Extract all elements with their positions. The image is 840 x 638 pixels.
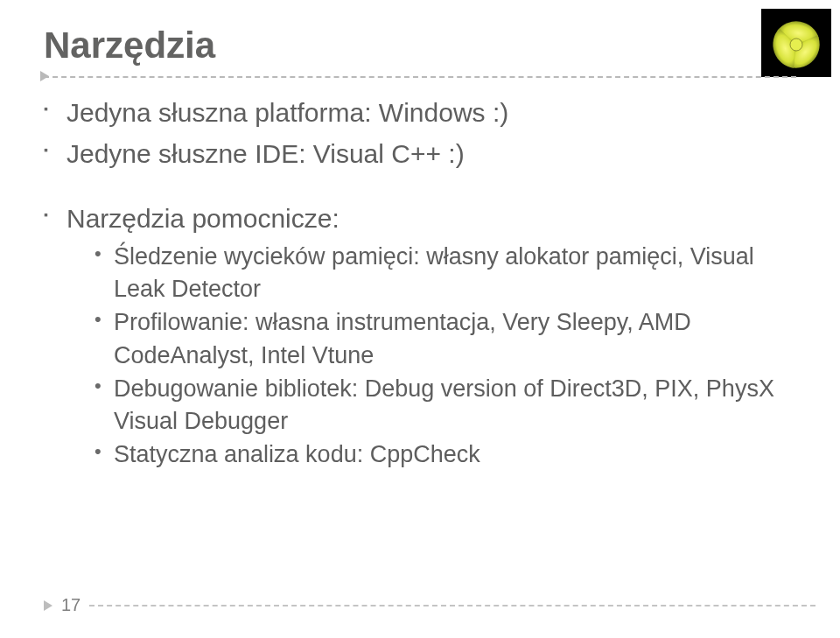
sub-list-item: Profilowanie: własna instrumentacja, Ver… [66,306,796,373]
triangle-right-icon [44,600,52,611]
footer-divider [89,605,816,606]
slide-title: Narzędzia [44,25,796,67]
list-item-label: Narzędzia pomocnicze: [66,204,340,233]
list-item: Jedyne słuszne IDE: Visual C++ :) [44,137,796,172]
sub-list: Śledzenie wycieków pamięci: własny aloka… [66,241,796,473]
radioactive-icon [761,9,831,77]
list-item: Jedyna słuszna platforma: Windows :) [44,95,796,131]
bullet-list: Narzędzia pomocnicze: Śledzenie wycieków… [44,201,796,472]
sub-list-item: Śledzenie wycieków pamięci: własny aloka… [66,241,796,307]
svg-point-1 [790,39,802,51]
page-number: 17 [61,595,80,615]
sub-list-item: Statyczna analiza kodu: CppCheck [66,438,796,472]
title-divider [44,75,796,78]
triangle-right-icon [40,71,49,81]
footer: 17 [44,595,816,615]
list-item: Narzędzia pomocnicze: Śledzenie wycieków… [44,201,796,472]
sub-list-item: Debugowanie bibliotek: Debug version of … [66,373,796,439]
bullet-list: Jedyna słuszna platforma: Windows :) Jed… [44,95,796,172]
slide: Narzędzia Jedyna słuszna platforma: Wind… [0,0,840,638]
